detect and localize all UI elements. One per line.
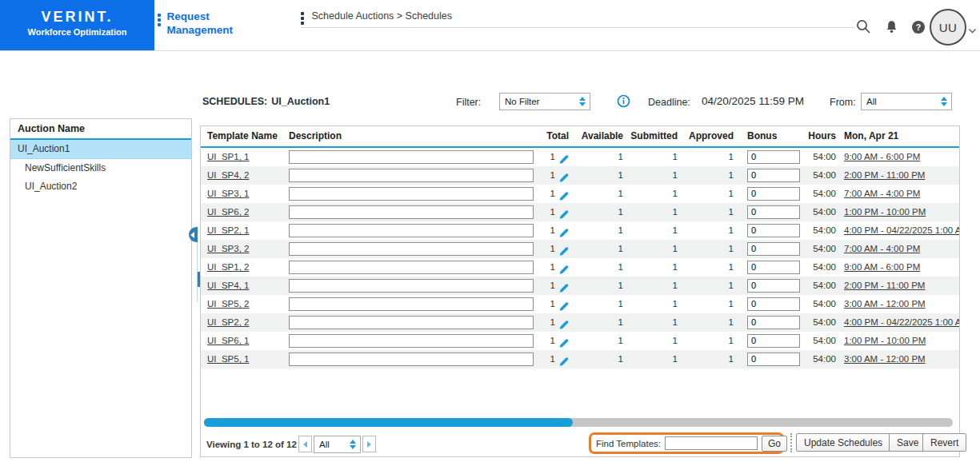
- next-page-button[interactable]: [362, 436, 376, 452]
- kebab-menu-icon[interactable]: [158, 10, 161, 37]
- edit-pencil-icon[interactable]: [558, 320, 569, 330]
- description-input[interactable]: [289, 316, 534, 329]
- col-header-submitted: Submitted: [626, 126, 681, 146]
- description-input[interactable]: [289, 242, 534, 256]
- edit-pencil-icon[interactable]: [558, 301, 569, 312]
- template-name-link[interactable]: UI_SP5, 1: [207, 354, 249, 364]
- bonus-input[interactable]: [747, 334, 800, 348]
- filter-select[interactable]: No Filter: [499, 93, 590, 110]
- edit-pencil-icon[interactable]: [558, 209, 569, 220]
- template-name-link[interactable]: UI_SP2, 1: [207, 225, 249, 235]
- edit-pencil-icon[interactable]: [558, 228, 569, 238]
- description-input[interactable]: [289, 352, 534, 366]
- bonus-input[interactable]: [747, 242, 800, 256]
- go-button[interactable]: Go: [762, 436, 787, 452]
- schedule-time-link[interactable]: 7:00 AM - 4:00 PM: [844, 244, 920, 253]
- edit-pencil-icon[interactable]: [558, 173, 569, 183]
- help-icon[interactable]: ?: [911, 20, 926, 38]
- deadline-label: Deadline:: [648, 97, 690, 108]
- save-button[interactable]: Save: [889, 433, 926, 452]
- page-size-select[interactable]: All: [314, 436, 361, 453]
- template-name-link[interactable]: UI_SP4, 2: [207, 170, 249, 180]
- hours-value: 54:00: [806, 295, 844, 313]
- template-name-link[interactable]: UI_SP3, 2: [207, 244, 249, 253]
- hours-value: 54:00: [806, 332, 844, 350]
- description-input[interactable]: [289, 169, 534, 182]
- find-templates-input[interactable]: [665, 436, 758, 450]
- description-input[interactable]: [289, 297, 534, 311]
- description-input[interactable]: [289, 279, 534, 293]
- schedule-time-link[interactable]: 9:00 AM - 6:00 PM: [844, 152, 920, 161]
- description-input[interactable]: [289, 150, 534, 164]
- schedule-time-link[interactable]: 3:00 AM - 12:00 PM: [844, 299, 926, 309]
- edit-pencil-icon[interactable]: [558, 338, 569, 349]
- spinner-arrows-icon[interactable]: [346, 440, 358, 449]
- schedule-time-link[interactable]: 7:00 AM - 4:00 PM: [844, 189, 920, 198]
- template-name-link[interactable]: UI_SP2, 2: [207, 317, 249, 327]
- horizontal-scrollbar-track[interactable]: [204, 418, 953, 427]
- app-title-menu[interactable]: Request Management: [158, 10, 255, 37]
- template-name-link[interactable]: UI_SP3, 1: [207, 189, 249, 198]
- auction-list: UI_Auction1 NewSufficientSkills UI_Aucti…: [10, 140, 191, 196]
- schedule-time-link[interactable]: 2:00 PM - 11:00 PM: [844, 170, 925, 180]
- breadcrumb[interactable]: Schedule Auctions > Schedules: [312, 10, 452, 27]
- schedule-time-link[interactable]: 3:00 AM - 12:00 PM: [844, 354, 926, 364]
- notifications-bell-icon[interactable]: [885, 20, 898, 38]
- bonus-input[interactable]: [747, 352, 800, 366]
- bonus-input[interactable]: [747, 187, 800, 201]
- bonus-input[interactable]: [747, 224, 800, 237]
- bonus-input[interactable]: [747, 150, 800, 164]
- description-input[interactable]: [289, 224, 534, 237]
- hours-value: 54:00: [806, 313, 844, 332]
- edit-pencil-icon[interactable]: [558, 191, 569, 201]
- template-name-link[interactable]: UI_SP1, 1: [207, 152, 249, 161]
- schedule-time-link[interactable]: 1:00 PM - 10:00 PM: [844, 336, 926, 345]
- update-schedules-button[interactable]: Update Schedules: [796, 433, 890, 452]
- template-name-link[interactable]: UI_SP1, 2: [207, 262, 249, 272]
- description-input[interactable]: [289, 205, 534, 219]
- description-input[interactable]: [289, 261, 534, 274]
- hours-value: 54:00: [806, 350, 844, 368]
- spinner-arrows-icon[interactable]: [576, 97, 588, 106]
- template-name-link[interactable]: UI_SP6, 2: [207, 207, 249, 217]
- schedule-time-link[interactable]: 9:00 AM - 6:00 PM: [844, 262, 920, 272]
- edit-pencil-icon[interactable]: [558, 283, 569, 293]
- table-row: UI_SP5, 2 1 1 1 1 54:00 3:00 AM - 12:00 …: [201, 295, 959, 313]
- schedule-time-link[interactable]: 4:00 PM - 04/22/2025 1:00 A: [844, 317, 959, 327]
- bonus-input[interactable]: [747, 316, 800, 329]
- edit-pencil-icon[interactable]: [558, 356, 569, 367]
- auction-list-item[interactable]: UI_Auction1: [10, 140, 191, 159]
- bonus-input[interactable]: [747, 279, 800, 293]
- template-name-link[interactable]: UI_SP6, 1: [207, 336, 249, 345]
- bonus-input[interactable]: [747, 297, 800, 311]
- auction-list-item[interactable]: UI_Auction2: [10, 177, 191, 196]
- edit-pencil-icon[interactable]: [558, 246, 569, 257]
- description-input[interactable]: [289, 187, 534, 201]
- chevron-down-icon[interactable]: [968, 23, 977, 38]
- revert-button[interactable]: Revert: [922, 433, 966, 452]
- submitted-value: 1: [626, 148, 681, 166]
- info-icon[interactable]: [617, 94, 630, 110]
- previous-page-button[interactable]: [298, 436, 312, 452]
- spinner-arrows-icon[interactable]: [938, 97, 950, 106]
- edit-pencil-icon[interactable]: [558, 265, 569, 275]
- bonus-input[interactable]: [747, 261, 800, 274]
- horizontal-scrollbar-thumb[interactable]: [204, 418, 573, 427]
- bonus-input[interactable]: [747, 205, 800, 219]
- auction-list-item[interactable]: NewSufficientSkills: [10, 159, 191, 177]
- bonus-input[interactable]: [747, 169, 800, 182]
- avatar[interactable]: UU: [930, 9, 966, 46]
- schedule-time-link[interactable]: 2:00 PM - 11:00 PM: [844, 281, 925, 290]
- app-title[interactable]: Request Management: [167, 10, 255, 37]
- from-select[interactable]: All: [861, 93, 952, 110]
- edit-pencil-icon[interactable]: [558, 154, 569, 165]
- schedule-time-link[interactable]: 1:00 PM - 10:00 PM: [844, 207, 926, 217]
- viewing-range-text: Viewing 1 to 12 of 12: [206, 440, 297, 449]
- template-name-link[interactable]: UI_SP5, 2: [207, 299, 249, 309]
- description-input[interactable]: [289, 334, 534, 348]
- breadcrumb-kebab-icon[interactable]: [301, 10, 304, 27]
- available-value: 1: [572, 240, 626, 258]
- schedule-time-link[interactable]: 4:00 PM - 04/22/2025 1:00 A: [844, 225, 959, 235]
- search-icon[interactable]: [856, 19, 871, 38]
- template-name-link[interactable]: UI_SP4, 1: [207, 281, 249, 290]
